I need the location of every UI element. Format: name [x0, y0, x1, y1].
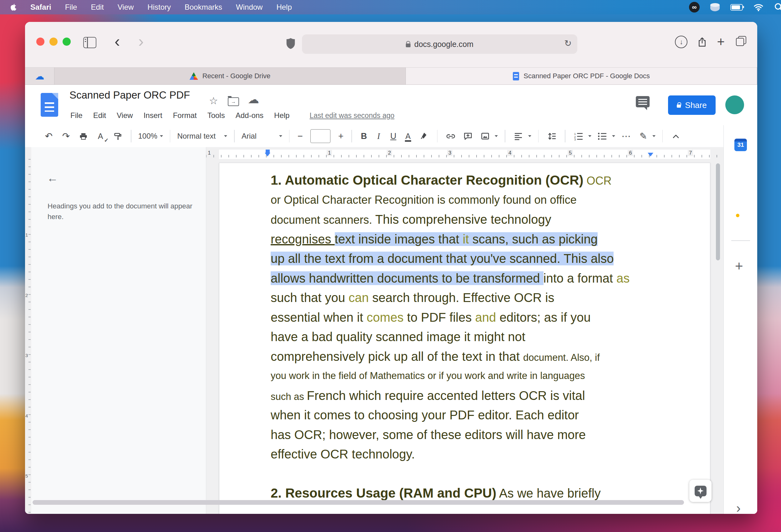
menu-item-safari[interactable]: Safari	[30, 3, 51, 11]
doc-line[interactable]: allows handwritten documents to be trans…	[271, 269, 629, 288]
bulleted-list-button[interactable]	[596, 129, 609, 143]
doc-line[interactable]: 1. Automatic Optical Character Recogniti…	[271, 170, 629, 190]
doc-line[interactable]: up all the text from a document that you…	[271, 249, 629, 269]
font-size-input[interactable]	[311, 129, 330, 143]
doc-line[interactable]: or Optical Character Recognition is comm…	[271, 190, 629, 210]
menu-item-file[interactable]: File	[65, 3, 77, 11]
chevron-down-icon[interactable]	[652, 135, 656, 137]
redo-button[interactable]: ↷	[60, 129, 72, 143]
storage-icon[interactable]	[710, 3, 720, 11]
doc-line[interactable]: comprehensively pick up all of the text …	[271, 347, 629, 366]
close-outline-icon[interactable]: ←	[47, 171, 58, 185]
insert-link-button[interactable]	[444, 129, 457, 143]
share-button[interactable]: Share	[668, 95, 715, 115]
docs-menu-help[interactable]: Help	[274, 111, 289, 120]
undo-button[interactable]: ↶	[43, 129, 55, 143]
sidebar-toggle-icon[interactable]	[83, 37, 96, 48]
text-color-button[interactable]: A	[403, 129, 413, 143]
decrease-font-size-button[interactable]: −	[296, 129, 304, 143]
highlight-color-button[interactable]	[418, 129, 430, 143]
doc-line[interactable]: such as French which require accented le…	[271, 386, 629, 406]
docs-menu-edit[interactable]: Edit	[93, 111, 106, 120]
tab-google-docs[interactable]: Scanned Paper ORC PDF - Google Docs	[406, 68, 757, 84]
battery-icon[interactable]	[730, 4, 743, 11]
address-bar[interactable]: docs.google.com ↻	[302, 34, 577, 54]
numbered-list-button[interactable]: 123	[572, 129, 585, 143]
font-select[interactable]: Arial	[242, 132, 282, 140]
chevron-down-icon[interactable]	[588, 135, 591, 137]
zoom-window-button[interactable]	[63, 38, 71, 46]
doc-line[interactable]: recognises text inside images that it sc…	[271, 230, 629, 249]
last-edit-link[interactable]: Last edit was seconds ago	[310, 111, 394, 120]
add-comment-button[interactable]	[461, 129, 474, 143]
move-to-folder-icon[interactable]: →	[228, 97, 239, 106]
italic-button[interactable]: I	[374, 129, 384, 143]
doc-line[interactable]: has OCR; however, some of these editors …	[271, 425, 629, 445]
doc-line[interactable]: document scanners. This comprehensive te…	[271, 210, 629, 230]
downloads-icon[interactable]: ↓	[675, 36, 688, 48]
doc-line[interactable]	[271, 464, 629, 484]
spotlight-icon[interactable]	[774, 2, 781, 12]
wifi-icon[interactable]	[753, 3, 764, 11]
bold-button[interactable]: B	[359, 129, 369, 143]
vertical-scrollbar-thumb[interactable]	[716, 163, 720, 260]
chevron-down-icon[interactable]	[612, 135, 615, 137]
paragraph-style-select[interactable]: Normal text	[177, 132, 227, 140]
doc-line[interactable]: you work in the field of Mathematics or …	[271, 366, 629, 386]
reload-icon[interactable]: ↻	[565, 38, 572, 48]
privacy-shield-icon[interactable]	[286, 38, 296, 51]
doc-line[interactable]: essential when it comes to PDF files and…	[271, 308, 629, 327]
right-margin-marker[interactable]	[648, 153, 653, 157]
cloud-saved-icon[interactable]: ☁	[248, 93, 259, 106]
google-calendar-icon[interactable]: 31	[734, 139, 747, 151]
menu-item-history[interactable]: History	[148, 3, 171, 11]
docs-menu-addons[interactable]: Add-ons	[236, 111, 263, 120]
doc-line[interactable]: when it comes to choosing your PDF edito…	[271, 405, 629, 425]
more-options-button[interactable]: ⋯	[620, 129, 632, 143]
underline-button[interactable]: U	[388, 129, 398, 143]
docs-menu-format[interactable]: Format	[173, 111, 197, 120]
horizontal-scrollbar-thumb[interactable]	[33, 500, 684, 505]
line-spacing-button[interactable]	[545, 129, 558, 143]
doc-line[interactable]: such that you can search through. Effect…	[271, 288, 629, 308]
horizontal-ruler[interactable]: 1 1 2 3 4 5 6 7	[206, 150, 724, 159]
spellcheck-button[interactable]: A	[94, 129, 107, 143]
doc-line[interactable]: effective OCR technology.	[271, 444, 629, 464]
menu-item-view[interactable]: View	[118, 3, 134, 11]
docs-logo-icon[interactable]	[41, 93, 58, 117]
menu-item-edit[interactable]: Edit	[91, 3, 104, 11]
account-avatar[interactable]	[725, 95, 744, 114]
paint-format-button[interactable]	[111, 129, 124, 143]
close-window-button[interactable]	[36, 38, 44, 46]
back-button[interactable]: ‹	[115, 32, 120, 51]
menu-item-help[interactable]: Help	[276, 3, 292, 11]
print-button[interactable]	[77, 129, 89, 143]
align-button[interactable]	[512, 129, 525, 143]
zoom-select[interactable]: 100%	[138, 132, 163, 140]
star-icon[interactable]: ☆	[209, 95, 218, 107]
increase-font-size-button[interactable]: +	[337, 129, 344, 143]
apple-menu-icon[interactable]	[10, 3, 16, 11]
tab-overview-icon[interactable]	[736, 38, 744, 46]
left-margin-marker[interactable]	[265, 153, 270, 157]
pinned-tab[interactable]: ☁	[25, 68, 54, 84]
menu-item-bookmarks[interactable]: Bookmarks	[184, 3, 222, 11]
open-comments-icon[interactable]	[636, 96, 650, 107]
menu-item-window[interactable]: Window	[236, 3, 262, 11]
chevron-down-icon[interactable]	[495, 135, 498, 137]
docs-menu-file[interactable]: File	[70, 111, 83, 120]
hide-side-panel-button[interactable]: ›	[736, 501, 741, 514]
doc-line[interactable]: have a bad quality scanned image it migh…	[271, 327, 629, 347]
chevron-down-icon[interactable]	[528, 135, 531, 137]
creative-cloud-icon[interactable]: ∞	[689, 2, 700, 12]
explore-button[interactable]	[689, 480, 711, 502]
docs-menu-tools[interactable]: Tools	[207, 111, 225, 120]
editing-mode-button[interactable]: ✎	[637, 129, 650, 143]
forward-button[interactable]: ›	[138, 32, 143, 51]
docs-menu-view[interactable]: View	[117, 111, 133, 120]
document-page[interactable]: 1. Automatic Optical Character Recogniti…	[219, 163, 710, 514]
collapse-toolbar-button[interactable]	[670, 129, 682, 143]
add-addon-button[interactable]: +	[735, 258, 743, 274]
insert-image-button[interactable]	[479, 129, 491, 143]
share-icon[interactable]	[697, 37, 707, 47]
